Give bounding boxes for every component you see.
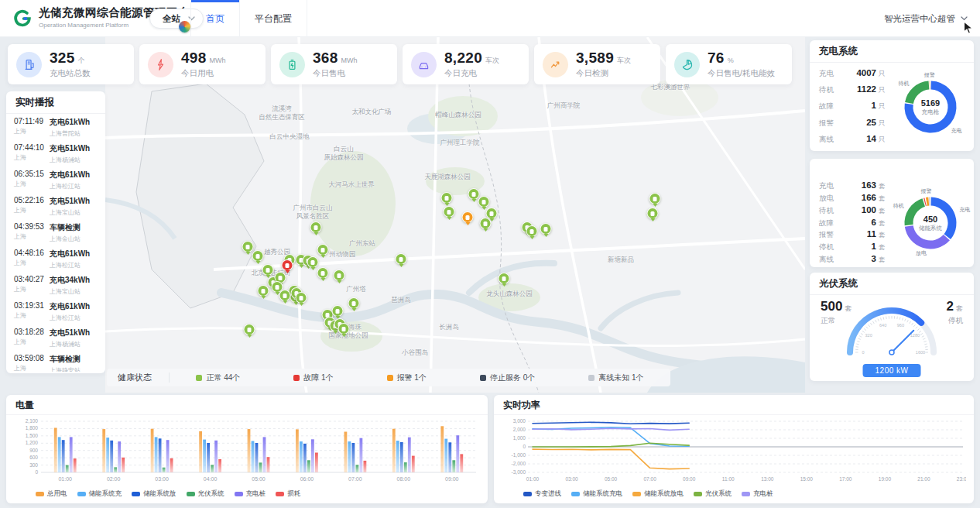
kpi-label: 今日充电	[444, 68, 499, 79]
map-marker-normal[interactable]	[279, 290, 291, 304]
svg-text:5169: 5169	[921, 98, 940, 108]
map-marker-normal[interactable]	[526, 225, 538, 240]
kpi-label: 充电站总数	[50, 68, 91, 79]
map-marker-normal[interactable]	[262, 264, 274, 279]
pv-power-gauge[interactable]: 032064096012801600	[826, 298, 958, 360]
legend-item-充电桩[interactable]: 充电桩	[235, 489, 266, 499]
legend-item-储能系统放电[interactable]: 储能系统放电	[632, 489, 684, 499]
map-label: 广州塔	[346, 285, 366, 293]
legend-item-专变进线[interactable]: 专变进线	[523, 489, 561, 499]
map-marker-normal[interactable]	[499, 273, 510, 287]
kpi-value: 368	[313, 50, 338, 67]
broadcast-item: 07:11:49上海充电61kWh上海普陀站	[6, 114, 105, 140]
tab-home[interactable]: 首页	[190, 0, 240, 37]
map-marker-normal[interactable]	[540, 223, 552, 238]
svg-text:960: 960	[897, 323, 904, 328]
map-marker-normal[interactable]	[348, 297, 360, 312]
kpi-unit: 车次	[617, 56, 631, 66]
usage-icon	[148, 52, 173, 77]
svg-text:放电: 放电	[916, 250, 927, 256]
broadcast-event: 充电34kWh	[50, 275, 98, 286]
legend-item-光伏系统[interactable]: 光伏系统	[694, 489, 732, 499]
legend-item-损耗[interactable]: 损耗	[276, 489, 300, 499]
map-marker-normal[interactable]	[296, 292, 307, 307]
map-marker-normal[interactable]	[244, 324, 255, 338]
legend-item-储能系统充电[interactable]: 储能系统充电	[571, 489, 622, 499]
pie-icon	[674, 52, 700, 77]
map-marker-normal[interactable]	[317, 267, 329, 282]
system-status-row: 待机1122只	[819, 84, 887, 95]
legend-item-储能系统充[interactable]: 储能系统充	[77, 489, 122, 499]
map-label: 流溪湾 自然生态保育区	[259, 105, 305, 121]
map-marker-alarm[interactable]	[462, 211, 474, 226]
health-legend-swatch	[480, 375, 486, 381]
map-marker-fault[interactable]	[282, 259, 293, 274]
map-marker-normal[interactable]	[338, 323, 350, 338]
legend-item-总用电[interactable]: 总用电	[36, 489, 67, 499]
storage-system-donut-chart[interactable]: 充电放电待机报警450储能系统	[889, 183, 972, 263]
map-marker-normal[interactable]	[649, 193, 661, 208]
svg-text:充电: 充电	[959, 206, 970, 212]
status-label: 故障	[819, 218, 844, 228]
energy-bar-chart[interactable]: 03006009001,2001,5001,8002,10001:0002:00…	[15, 417, 479, 488]
svg-text:充电枪: 充电枪	[922, 108, 940, 115]
system-status-row: 故障1只	[819, 101, 887, 112]
status-unit: 套	[879, 207, 886, 216]
svg-text:待机: 待机	[893, 202, 904, 208]
broadcast-station: 上海宝山站	[50, 287, 98, 296]
map-marker-normal[interactable]	[317, 244, 329, 259]
status-label: 故障	[819, 101, 844, 112]
svg-text:充电: 充电	[951, 128, 962, 134]
map-marker-normal[interactable]	[480, 218, 492, 232]
charging-system-donut-chart[interactable]: 充电待机报警5169充电枪	[889, 67, 972, 147]
status-value: 3	[844, 254, 876, 263]
charging-station-marker-icon	[307, 256, 319, 268]
kpi-text: 76%今日售电/耗电能效	[708, 50, 775, 79]
map-marker-normal[interactable]	[310, 221, 322, 236]
broadcast-list: 07:11:49上海充电61kWh上海普陀站07:44:10上海充电51kWh上…	[6, 114, 105, 372]
svg-text:0: 0	[35, 469, 38, 475]
status-value: 11	[844, 229, 876, 239]
kpi-card-5: 3,589车次今日检测	[534, 44, 660, 84]
legend-item-储能系统放[interactable]: 储能系统放	[132, 489, 176, 499]
realtime-power-line-chart[interactable]: -3,000-2,000-1,00001,0002,0003,00001:000…	[502, 417, 966, 488]
svg-text:450: 450	[923, 215, 937, 224]
kpi-row: 325个充电站总数498MWh今日用电368MWh今日售电8,220车次今日充电…	[8, 44, 792, 84]
kpi-text: 368MWh今日售电	[313, 50, 358, 79]
svg-text:储能系统: 储能系统	[919, 225, 943, 232]
charging-station-marker-icon	[647, 208, 659, 219]
health-legend-swatch	[588, 375, 595, 381]
map-marker-normal[interactable]	[334, 269, 345, 284]
legend-item-充电桩[interactable]: 充电桩	[742, 489, 773, 499]
svg-text:900: 900	[29, 448, 38, 453]
charging-system-panel: 充电系统 充电4007只待机1122只故障1只报警25只离线14只 充电待机报警…	[810, 40, 974, 151]
user-menu[interactable]: 智光运营中心超管	[884, 0, 968, 37]
map-canvas[interactable]: 流溪湾 自然生态保育区白云中央湿地太和文化广场白云山 原始森林公园帽峰山森林公园…	[105, 37, 805, 393]
map-marker-normal[interactable]	[441, 192, 453, 207]
map-marker-normal[interactable]	[252, 250, 264, 265]
svg-text:01:00: 01:00	[526, 476, 540, 482]
status-unit: 只	[879, 70, 886, 79]
broadcast-item: 07:44:10上海充电51kWh上海杨浦站	[6, 140, 105, 166]
tab-platform-config[interactable]: 平台配置	[240, 0, 307, 37]
storage-system-panel: 充电163套放电166套待机100套故障6套报警11套停机1套离线3套 充电放电…	[810, 159, 974, 267]
svg-text:-1,000: -1,000	[512, 452, 526, 458]
status-unit: 套	[879, 243, 886, 252]
system-status-row: 充电163套	[819, 180, 887, 191]
broadcast-time: 05:22:16	[14, 196, 44, 204]
chevron-down-icon	[961, 16, 968, 21]
svg-text:报警: 报警	[923, 72, 935, 78]
legend-item-光伏系统[interactable]: 光伏系统	[187, 489, 224, 499]
status-label: 报警	[819, 118, 844, 129]
map-marker-normal[interactable]	[444, 206, 455, 221]
broadcast-event: 充电61kWh	[50, 249, 98, 259]
legend-label: 充电桩	[753, 489, 773, 499]
map-marker-normal[interactable]	[647, 208, 659, 222]
map-marker-normal[interactable]	[396, 253, 407, 268]
broadcast-event: 充电51kWh	[50, 196, 98, 207]
map-label: 广州理工学院	[440, 139, 480, 147]
map-marker-normal[interactable]	[242, 241, 254, 256]
broadcast-time: 07:11:49	[14, 117, 43, 125]
map-marker-normal[interactable]	[258, 285, 269, 300]
kpi-unit: %	[728, 57, 734, 64]
